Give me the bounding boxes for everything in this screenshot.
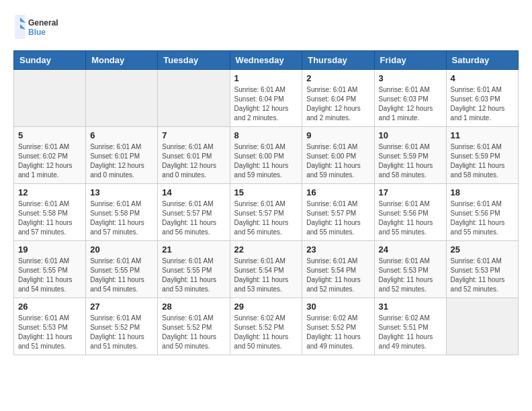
day-number: 7 (162, 130, 225, 140)
day-number: 18 (451, 187, 514, 197)
day-info: Sunrise: 6:01 AM Sunset: 5:54 PM Dayligh… (234, 257, 298, 294)
weekday-header-saturday: Saturday (446, 51, 518, 70)
day-info: Sunrise: 6:01 AM Sunset: 5:59 PM Dayligh… (451, 142, 514, 180)
calendar-cell: 22Sunrise: 6:01 AM Sunset: 5:54 PM Dayli… (230, 241, 302, 298)
day-number: 3 (379, 73, 442, 83)
day-info: Sunrise: 6:01 AM Sunset: 5:53 PM Dayligh… (379, 257, 442, 294)
week-row-1: 1Sunrise: 6:01 AM Sunset: 6:04 PM Daylig… (14, 70, 519, 127)
day-info: Sunrise: 6:01 AM Sunset: 5:57 PM Dayligh… (234, 199, 298, 237)
calendar-cell: 25Sunrise: 6:01 AM Sunset: 5:53 PM Dayli… (446, 241, 518, 298)
day-info: Sunrise: 6:01 AM Sunset: 6:03 PM Dayligh… (379, 85, 442, 123)
calendar-cell: 9Sunrise: 6:01 AM Sunset: 6:00 PM Daylig… (302, 127, 374, 184)
day-info: Sunrise: 6:01 AM Sunset: 6:04 PM Dayligh… (306, 85, 369, 123)
logo-svg: General Blue (13, 13, 67, 40)
day-number: 28 (162, 302, 225, 312)
calendar-cell: 31Sunrise: 6:02 AM Sunset: 5:51 PM Dayli… (374, 298, 446, 355)
calendar-cell: 18Sunrise: 6:01 AM Sunset: 5:56 PM Dayli… (446, 184, 518, 241)
calendar-cell (86, 70, 158, 127)
weekday-header-monday: Monday (86, 51, 158, 70)
calendar-cell: 26Sunrise: 6:01 AM Sunset: 5:53 PM Dayli… (14, 298, 86, 355)
day-number: 22 (234, 244, 298, 255)
day-number: 21 (162, 244, 225, 255)
day-number: 19 (18, 244, 81, 255)
day-number: 1 (234, 73, 298, 83)
day-info: Sunrise: 6:01 AM Sunset: 5:59 PM Dayligh… (379, 142, 442, 180)
day-number: 4 (451, 73, 514, 83)
day-info: Sunrise: 6:01 AM Sunset: 5:57 PM Dayligh… (306, 199, 369, 237)
day-number: 16 (306, 187, 369, 197)
day-number: 9 (306, 130, 369, 140)
day-info: Sunrise: 6:01 AM Sunset: 6:01 PM Dayligh… (162, 142, 225, 180)
day-info: Sunrise: 6:01 AM Sunset: 6:02 PM Dayligh… (18, 142, 81, 180)
day-info: Sunrise: 6:01 AM Sunset: 5:56 PM Dayligh… (379, 199, 442, 237)
day-info: Sunrise: 6:01 AM Sunset: 6:01 PM Dayligh… (90, 142, 153, 180)
day-number: 26 (18, 302, 81, 312)
day-info: Sunrise: 6:01 AM Sunset: 5:57 PM Dayligh… (162, 199, 225, 237)
calendar-cell: 13Sunrise: 6:01 AM Sunset: 5:58 PM Dayli… (86, 184, 158, 241)
calendar-cell: 2Sunrise: 6:01 AM Sunset: 6:04 PM Daylig… (302, 70, 374, 127)
calendar-cell: 19Sunrise: 6:01 AM Sunset: 5:55 PM Dayli… (14, 241, 86, 298)
day-info: Sunrise: 6:01 AM Sunset: 6:03 PM Dayligh… (451, 85, 514, 123)
weekday-header-friday: Friday (374, 51, 446, 70)
calendar-cell: 4Sunrise: 6:01 AM Sunset: 6:03 PM Daylig… (446, 70, 518, 127)
weekday-header-thursday: Thursday (302, 51, 374, 70)
day-number: 17 (379, 187, 442, 197)
day-number: 10 (379, 130, 442, 140)
logo: General Blue (13, 13, 67, 40)
day-number: 8 (234, 130, 298, 140)
day-number: 24 (379, 244, 442, 255)
day-number: 29 (234, 302, 298, 312)
day-number: 15 (234, 187, 298, 197)
day-number: 5 (18, 130, 81, 140)
week-row-2: 5Sunrise: 6:01 AM Sunset: 6:02 PM Daylig… (14, 127, 519, 184)
calendar-cell: 7Sunrise: 6:01 AM Sunset: 6:01 PM Daylig… (158, 127, 230, 184)
calendar-cell (158, 70, 230, 127)
week-row-3: 12Sunrise: 6:01 AM Sunset: 5:58 PM Dayli… (14, 184, 519, 241)
calendar-table: SundayMondayTuesdayWednesdayThursdayFrid… (13, 50, 519, 355)
calendar-cell: 16Sunrise: 6:01 AM Sunset: 5:57 PM Dayli… (302, 184, 374, 241)
day-info: Sunrise: 6:02 AM Sunset: 5:52 PM Dayligh… (306, 314, 369, 351)
weekday-header-row: SundayMondayTuesdayWednesdayThursdayFrid… (14, 51, 519, 70)
day-number: 27 (90, 302, 153, 312)
calendar-cell: 5Sunrise: 6:01 AM Sunset: 6:02 PM Daylig… (14, 127, 86, 184)
day-info: Sunrise: 6:01 AM Sunset: 5:53 PM Dayligh… (451, 257, 514, 294)
calendar-cell: 28Sunrise: 6:01 AM Sunset: 5:52 PM Dayli… (158, 298, 230, 355)
day-number: 23 (306, 244, 369, 255)
day-info: Sunrise: 6:01 AM Sunset: 6:00 PM Dayligh… (234, 142, 298, 180)
calendar-cell: 15Sunrise: 6:01 AM Sunset: 5:57 PM Dayli… (230, 184, 302, 241)
calendar-cell: 29Sunrise: 6:02 AM Sunset: 5:52 PM Dayli… (230, 298, 302, 355)
day-info: Sunrise: 6:01 AM Sunset: 6:00 PM Dayligh… (306, 142, 369, 180)
week-row-5: 26Sunrise: 6:01 AM Sunset: 5:53 PM Dayli… (14, 298, 519, 355)
day-info: Sunrise: 6:01 AM Sunset: 5:54 PM Dayligh… (306, 257, 369, 294)
svg-text:General: General (28, 18, 58, 28)
weekday-header-sunday: Sunday (14, 51, 86, 70)
calendar-cell: 20Sunrise: 6:01 AM Sunset: 5:55 PM Dayli… (86, 241, 158, 298)
calendar-cell: 8Sunrise: 6:01 AM Sunset: 6:00 PM Daylig… (230, 127, 302, 184)
day-info: Sunrise: 6:01 AM Sunset: 5:56 PM Dayligh… (451, 199, 514, 237)
day-number: 14 (162, 187, 225, 197)
day-number: 11 (451, 130, 514, 140)
calendar-cell: 21Sunrise: 6:01 AM Sunset: 5:55 PM Dayli… (158, 241, 230, 298)
day-number: 12 (18, 187, 81, 197)
calendar-cell (14, 70, 86, 127)
calendar-cell: 14Sunrise: 6:01 AM Sunset: 5:57 PM Dayli… (158, 184, 230, 241)
page-header: General Blue (13, 13, 519, 40)
day-number: 20 (90, 244, 153, 255)
calendar-cell: 12Sunrise: 6:01 AM Sunset: 5:58 PM Dayli… (14, 184, 86, 241)
weekday-header-tuesday: Tuesday (158, 51, 230, 70)
calendar-cell: 30Sunrise: 6:02 AM Sunset: 5:52 PM Dayli… (302, 298, 374, 355)
day-number: 25 (451, 244, 514, 255)
day-number: 6 (90, 130, 153, 140)
day-info: Sunrise: 6:01 AM Sunset: 5:53 PM Dayligh… (18, 314, 81, 351)
day-info: Sunrise: 6:01 AM Sunset: 5:58 PM Dayligh… (90, 199, 153, 237)
week-row-4: 19Sunrise: 6:01 AM Sunset: 5:55 PM Dayli… (14, 241, 519, 298)
calendar-cell: 24Sunrise: 6:01 AM Sunset: 5:53 PM Dayli… (374, 241, 446, 298)
day-info: Sunrise: 6:01 AM Sunset: 5:52 PM Dayligh… (90, 314, 153, 351)
calendar-cell: 23Sunrise: 6:01 AM Sunset: 5:54 PM Dayli… (302, 241, 374, 298)
calendar-cell: 17Sunrise: 6:01 AM Sunset: 5:56 PM Dayli… (374, 184, 446, 241)
day-info: Sunrise: 6:01 AM Sunset: 5:55 PM Dayligh… (90, 257, 153, 294)
day-number: 13 (90, 187, 153, 197)
calendar-cell: 10Sunrise: 6:01 AM Sunset: 5:59 PM Dayli… (374, 127, 446, 184)
calendar-cell (446, 298, 518, 355)
day-info: Sunrise: 6:02 AM Sunset: 5:51 PM Dayligh… (379, 314, 442, 351)
